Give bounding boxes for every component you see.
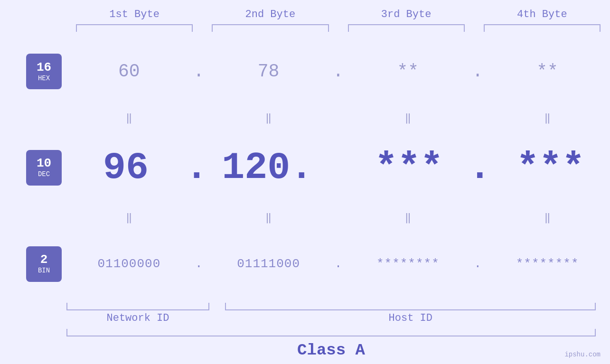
bracket-byte4 bbox=[484, 24, 601, 33]
eq1-b2: ‖ bbox=[206, 112, 331, 124]
class-label: Class A bbox=[66, 341, 596, 359]
host-id-label: Host ID bbox=[225, 312, 596, 324]
bin-badge-num: 2 bbox=[40, 253, 48, 266]
eq1-b1: ‖ bbox=[66, 112, 192, 124]
hex-byte1: 60 bbox=[66, 61, 192, 82]
hex-badge: 16 HEX bbox=[26, 54, 62, 89]
dec-byte1: 96 bbox=[66, 146, 185, 189]
hex-data-row: 60 . 78 . ** . ** bbox=[66, 61, 610, 82]
eq1-b3: ‖ bbox=[346, 112, 471, 124]
dec-sep1: . bbox=[185, 146, 208, 189]
dec-data-row: 96 . 120. . *** . *** bbox=[66, 146, 610, 189]
network-id-label: Network ID bbox=[66, 312, 209, 324]
host-bracket bbox=[225, 303, 596, 310]
hex-byte4: ** bbox=[485, 61, 610, 82]
bin-byte3: ******** bbox=[346, 257, 471, 271]
bin-sep2: . bbox=[331, 257, 346, 271]
bracket-byte2 bbox=[212, 24, 328, 33]
equals-row-1: ‖ ‖ ‖ ‖ bbox=[66, 111, 610, 125]
dec-byte3: *** bbox=[350, 146, 469, 189]
eq2-b4: ‖ bbox=[485, 211, 610, 224]
byte1-header: 1st Byte bbox=[66, 9, 202, 20]
top-brackets bbox=[0, 24, 610, 33]
hex-byte2: 78 bbox=[206, 61, 331, 82]
class-bracket bbox=[66, 329, 596, 336]
bin-badge-label: BIN bbox=[38, 267, 50, 274]
main-container: 1st Byte 2nd Byte 3rd Byte 4th Byte 16 H… bbox=[0, 0, 610, 364]
dec-byte2: 120. bbox=[208, 146, 327, 189]
eq2-b1: ‖ bbox=[66, 211, 192, 224]
bottom-section: Network ID Host ID Class A bbox=[0, 303, 610, 364]
bracket-byte3 bbox=[348, 24, 465, 33]
byte2-header: 2nd Byte bbox=[202, 9, 338, 20]
eq2-b2: ‖ bbox=[206, 211, 331, 224]
dec-byte4: *** bbox=[491, 146, 610, 189]
bin-byte1: 01100000 bbox=[66, 257, 192, 271]
bracket-byte1 bbox=[76, 24, 193, 33]
dec-badge: 10 DEC bbox=[26, 150, 62, 186]
bin-byte2: 01111000 bbox=[206, 257, 331, 271]
hex-sep1: . bbox=[192, 61, 206, 82]
dec-sep3: . bbox=[469, 146, 491, 189]
bin-badge: 2 BIN bbox=[26, 246, 62, 282]
dec-badge-label: DEC bbox=[38, 170, 50, 178]
equals-row-2: ‖ ‖ ‖ ‖ bbox=[66, 210, 610, 225]
hex-badge-num: 16 bbox=[37, 61, 51, 74]
hex-byte3: ** bbox=[346, 61, 471, 82]
bin-sep3: . bbox=[470, 257, 485, 271]
bin-data-row: 01100000 . 01111000 . ******** . *******… bbox=[66, 257, 610, 271]
eq2-b3: ‖ bbox=[346, 211, 471, 224]
byte3-header: 3rd Byte bbox=[338, 9, 474, 20]
hex-badge-label: HEX bbox=[38, 75, 50, 82]
bin-sep1: . bbox=[192, 257, 206, 271]
network-bracket bbox=[66, 303, 209, 310]
hex-sep3: . bbox=[470, 61, 485, 82]
watermark: ipshu.com bbox=[564, 351, 601, 358]
byte4-header: 4th Byte bbox=[474, 9, 610, 20]
hex-sep2: . bbox=[331, 61, 346, 82]
id-labels-row: Network ID Host ID bbox=[66, 312, 596, 324]
dec-badge-num: 10 bbox=[37, 157, 51, 169]
byte-headers: 1st Byte 2nd Byte 3rd Byte 4th Byte bbox=[0, 0, 610, 20]
bin-byte4: ******** bbox=[485, 257, 610, 271]
eq1-b4: ‖ bbox=[485, 112, 610, 124]
